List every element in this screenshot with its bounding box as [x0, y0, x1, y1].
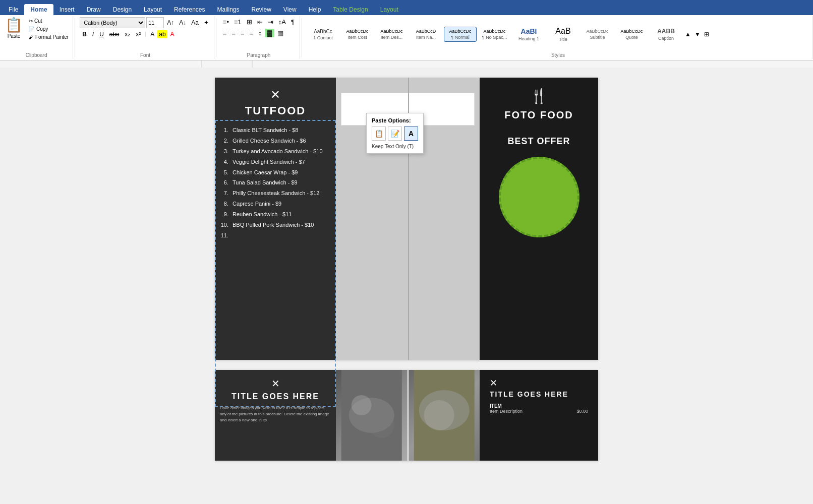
- superscript-button[interactable]: x²: [133, 30, 143, 39]
- page2-center-images: [336, 370, 480, 461]
- styles-expand[interactable]: ⊞: [703, 31, 710, 38]
- style-subtitle-label: Subtitle: [590, 35, 605, 40]
- paste-label: Paste: [8, 33, 21, 39]
- format-painter-button[interactable]: 🖌 Format Painter: [27, 33, 71, 41]
- style-quote[interactable]: AaBbCcDc Quote: [615, 27, 648, 42]
- tab-review[interactable]: Review: [246, 4, 277, 15]
- style-no-spacing-preview: AaBbCcDc: [483, 29, 505, 34]
- menu-title: TUTFOOD: [245, 104, 306, 117]
- paste-keep-text-button[interactable]: A: [404, 127, 418, 141]
- document-area[interactable]: ✕ TUTFOOD Classic BLT Sandwich - $8 Gril…: [0, 68, 813, 504]
- ruler: [0, 60, 813, 68]
- tab-help[interactable]: Help: [303, 4, 327, 15]
- bold-button[interactable]: B: [80, 30, 89, 39]
- align-center-button[interactable]: ≡: [229, 28, 238, 38]
- style-subtitle-preview: AaBbCcDc: [586, 29, 608, 34]
- increase-font-button[interactable]: A↑: [165, 19, 176, 27]
- borders-button[interactable]: ▦: [275, 28, 285, 38]
- tab-home[interactable]: Home: [24, 4, 53, 15]
- style-item-desc-preview: AaBbCcDc: [380, 29, 402, 34]
- sort-button[interactable]: ↕A: [276, 17, 288, 27]
- font-family-select[interactable]: Calibri (Body): [80, 17, 145, 28]
- styles-scroll-down[interactable]: ▼: [693, 31, 702, 38]
- svg-rect-0: [0, 60, 813, 68]
- cut-button[interactable]: ✂ Cut: [27, 17, 71, 25]
- tab-insert[interactable]: Insert: [53, 4, 81, 15]
- item-desc: Item Description: [490, 409, 522, 414]
- copy-label: Copy: [36, 26, 48, 32]
- tab-layout[interactable]: Layout: [138, 4, 168, 15]
- decrease-font-button[interactable]: A↓: [177, 19, 188, 27]
- list-item: Reuben Sandwich - $11: [230, 209, 331, 220]
- style-caption-label: Caption: [658, 36, 674, 41]
- style-item-name[interactable]: AaBbCcD Item Na...: [410, 27, 442, 42]
- style-heading1[interactable]: AaBI Heading 1: [512, 25, 545, 43]
- paste-tooltip: Keep Text Only (T): [372, 144, 418, 149]
- svg-point-9: [424, 400, 454, 430]
- style-title[interactable]: AaB Title: [547, 25, 579, 44]
- ribbon: 📋 Paste ✂ Cut 📄 Copy 🖌 Format Painter Cl…: [0, 15, 813, 60]
- style-subtitle[interactable]: AaBbCcDc Subtitle: [581, 27, 614, 42]
- clear-formatting-button[interactable]: ✦: [202, 19, 211, 27]
- style-item-name-preview: AaBbCcD: [416, 29, 436, 34]
- tab-design[interactable]: Design: [107, 4, 138, 15]
- justify-button[interactable]: ≡: [248, 28, 256, 38]
- styles-scroll-up[interactable]: ▲: [684, 31, 692, 38]
- tab-references[interactable]: References: [168, 4, 211, 15]
- style-item-cost-label: Item Cost: [347, 35, 367, 40]
- align-right-button[interactable]: ≡: [239, 28, 247, 38]
- subscript-button[interactable]: x₂: [122, 30, 133, 39]
- tab-draw[interactable]: Draw: [81, 4, 107, 15]
- paste-button[interactable]: 📋 Paste: [2, 17, 26, 40]
- paste-text-icon: A: [409, 130, 414, 138]
- copy-icon: 📄: [29, 26, 35, 32]
- paste-keep-source-icon: 📋: [375, 130, 383, 138]
- style-contact[interactable]: AaBbCc 1 Contact: [307, 27, 339, 42]
- font-color-button[interactable]: A: [168, 30, 177, 39]
- food-image-2: [409, 370, 480, 461]
- green-circle-offer: [499, 157, 579, 237]
- change-case-button[interactable]: Aa: [189, 19, 201, 27]
- tab-table-layout[interactable]: Layout: [374, 4, 404, 15]
- show-hide-button[interactable]: ¶: [289, 17, 297, 27]
- tab-mailings[interactable]: Mailings: [211, 4, 245, 15]
- item-label: ITEM: [490, 403, 588, 409]
- page2-right-panel: ✕ TITLE GOES HERE ITEM Item Description …: [480, 370, 598, 461]
- style-normal[interactable]: AaBbCcDc ¶ Normal: [444, 27, 477, 42]
- clipboard-group: 📋 Paste ✂ Cut 📄 Copy 🖌 Format Painter Cl…: [0, 16, 73, 59]
- style-no-spacing[interactable]: AaBbCcDc ¶ No Spac...: [478, 27, 511, 42]
- paste-options-popup: Paste Options: 📋 📝 A Keep Text Only (T): [366, 113, 424, 154]
- style-item-cost[interactable]: AaBbCcDc Item Cost: [341, 27, 374, 42]
- bullets-button[interactable]: ≡•: [221, 17, 231, 27]
- shading-button[interactable]: ▓: [265, 29, 274, 37]
- paste-keep-source-button[interactable]: 📋: [372, 127, 386, 141]
- paste-merge-format-button[interactable]: 📝: [388, 127, 402, 141]
- multilevel-list-button[interactable]: ⊞: [245, 17, 254, 27]
- clipboard-group-label: Clipboard: [2, 51, 71, 58]
- item-price: $0.00: [576, 409, 588, 414]
- numbering-button[interactable]: ≡1: [232, 17, 244, 27]
- style-caption-preview: AABB: [657, 28, 675, 35]
- align-left-button[interactable]: ≡: [221, 28, 229, 38]
- font-size-input[interactable]: [146, 17, 164, 28]
- decrease-indent-button[interactable]: ⇤: [255, 17, 265, 27]
- paste-options-row: 📋 📝 A: [372, 127, 418, 141]
- strikethrough-button[interactable]: abc: [107, 30, 122, 39]
- format-painter-label: Format Painter: [35, 34, 69, 40]
- tab-file[interactable]: File: [3, 4, 24, 15]
- copy-button[interactable]: 📄 Copy: [27, 25, 71, 33]
- tab-table-design[interactable]: Table Design: [327, 4, 374, 15]
- tab-view[interactable]: View: [277, 4, 303, 15]
- increase-indent-button[interactable]: ⇥: [266, 17, 275, 27]
- text-effects-button[interactable]: A: [148, 30, 157, 39]
- style-item-desc[interactable]: AaBbCcDc Item Des...: [375, 27, 408, 42]
- menu-left-panel: ✕ TUTFOOD Classic BLT Sandwich - $8 Gril…: [215, 78, 336, 360]
- svg-point-5: [352, 395, 372, 415]
- paragraph-group-label: Paragraph: [221, 51, 297, 58]
- line-spacing-button[interactable]: ↕: [256, 28, 264, 38]
- underline-button[interactable]: U: [97, 30, 106, 39]
- text-highlight-button[interactable]: ab: [157, 30, 167, 38]
- style-title-label: Title: [559, 37, 567, 42]
- style-caption[interactable]: AABB Caption: [650, 26, 682, 43]
- italic-button[interactable]: I: [90, 30, 96, 39]
